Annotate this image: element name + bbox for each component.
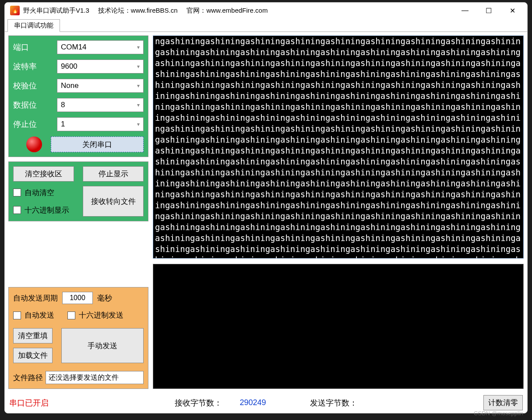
tx-terminal[interactable] <box>153 264 524 389</box>
chevron-down-icon: ▾ <box>137 63 140 70</box>
auto-period-label: 自动发送周期 <box>13 293 58 303</box>
checkbox-icon <box>13 206 21 214</box>
chevron-down-icon: ▾ <box>137 44 140 50</box>
window-controls: — ☐ ✕ <box>460 5 522 16</box>
auto-clear-checkbox[interactable]: 自动清空 <box>13 188 74 198</box>
ms-label: 毫秒 <box>97 293 112 303</box>
stopbits-label: 停止位 <box>13 119 57 130</box>
databits-label: 数据位 <box>13 100 57 110</box>
stop-display-button[interactable]: 停止显示 <box>83 166 144 182</box>
manual-send-button[interactable]: 手动发送 <box>61 328 144 363</box>
rx-control-panel: 清空接收区 停止显示 自动清空 接收转向文件 十六进制显示 <box>8 161 148 221</box>
clear-rx-button[interactable]: 清空接收区 <box>13 166 74 182</box>
rx-to-file-button[interactable]: 接收转向文件 <box>83 186 144 217</box>
port-status-led <box>26 136 42 152</box>
period-input[interactable] <box>62 292 93 304</box>
tab-bar: 串口调试功能 <box>5 18 527 32</box>
clear-refill-button[interactable]: 清空重填 <box>13 328 53 343</box>
main-area: 端口COM14▾ 波特率9600▾ 校验位None▾ 数据位8▾ 停止位1▾ 关… <box>5 32 527 392</box>
databits-select[interactable]: 8▾ <box>57 98 144 112</box>
maximize-button[interactable]: ☐ <box>483 5 494 16</box>
rx-bytes-value: 290249 <box>240 398 266 407</box>
parity-select[interactable]: None▾ <box>57 79 144 93</box>
rx-terminal[interactable]: ngashiningashiningashiningashiningashini… <box>153 35 524 259</box>
port-status-text: 串口已开启 <box>9 398 49 408</box>
hex-send-checkbox[interactable]: 十六进制发送 <box>67 310 123 320</box>
left-column: 端口COM14▾ 波特率9600▾ 校验位None▾ 数据位8▾ 停止位1▾ 关… <box>8 35 148 389</box>
serial-config-panel: 端口COM14▾ 波特率9600▾ 校验位None▾ 数据位8▾ 停止位1▾ 关… <box>8 35 148 157</box>
port-label: 端口 <box>13 42 57 52</box>
close-port-button[interactable]: 关闭串口 <box>51 136 144 152</box>
site-url: www.embedFire.com <box>206 7 268 14</box>
stopbits-select[interactable]: 1▾ <box>57 117 144 131</box>
tx-bytes-label: 发送字节数： <box>310 398 357 408</box>
baud-select[interactable]: 9600▾ <box>57 60 144 74</box>
close-button[interactable]: ✕ <box>507 5 518 16</box>
checkbox-icon <box>13 189 21 196</box>
title-links: 技术论坛：www.fireBBS.cn 官网：www.embedFire.com <box>98 7 268 15</box>
tx-control-panel: 自动发送周期 毫秒 自动发送 十六进制发送 清空重填 加载文件 手动发送 文件 <box>8 287 148 389</box>
file-path-label: 文件路径 <box>13 373 43 383</box>
chevron-down-icon: ▾ <box>137 121 140 127</box>
clear-count-button[interactable]: 计数清零 <box>483 395 523 410</box>
forum-label: 技术论坛： <box>98 7 131 14</box>
app-icon: 🔥 <box>10 6 20 15</box>
checkbox-icon <box>13 312 21 319</box>
titlebar: 🔥 野火串口调试助手V1.3 技术论坛：www.fireBBS.cn 官网：ww… <box>5 3 527 18</box>
tab-serial-debug[interactable]: 串口调试功能 <box>7 19 60 32</box>
checkbox-icon <box>67 312 75 319</box>
load-file-button[interactable]: 加载文件 <box>13 348 53 363</box>
chevron-down-icon: ▾ <box>137 83 140 89</box>
port-select[interactable]: COM14▾ <box>57 40 144 54</box>
right-column: ngashiningashiningashiningashiningashini… <box>153 35 524 389</box>
statusbar: 串口已开启 接收字节数： 290249 发送字节数： 计数清零 <box>5 392 527 413</box>
rx-bytes-label: 接收字节数： <box>175 398 222 408</box>
app-window: 🔥 野火串口调试助手V1.3 技术论坛：www.fireBBS.cn 官网：ww… <box>4 2 528 413</box>
baud-label: 波特率 <box>13 61 57 72</box>
hex-display-checkbox[interactable]: 十六进制显示 <box>13 205 74 215</box>
forum-url: www.fireBBS.cn <box>131 7 178 14</box>
site-label: 官网： <box>187 7 206 14</box>
chevron-down-icon: ▾ <box>137 102 140 108</box>
watermark: CSDN @mosepplin <box>474 410 523 416</box>
app-title: 野火串口调试助手V1.3 <box>23 7 89 15</box>
parity-label: 校验位 <box>13 80 57 91</box>
minimize-button[interactable]: — <box>460 5 470 16</box>
file-path-input[interactable] <box>46 371 144 384</box>
auto-send-checkbox[interactable]: 自动发送 <box>13 310 54 320</box>
